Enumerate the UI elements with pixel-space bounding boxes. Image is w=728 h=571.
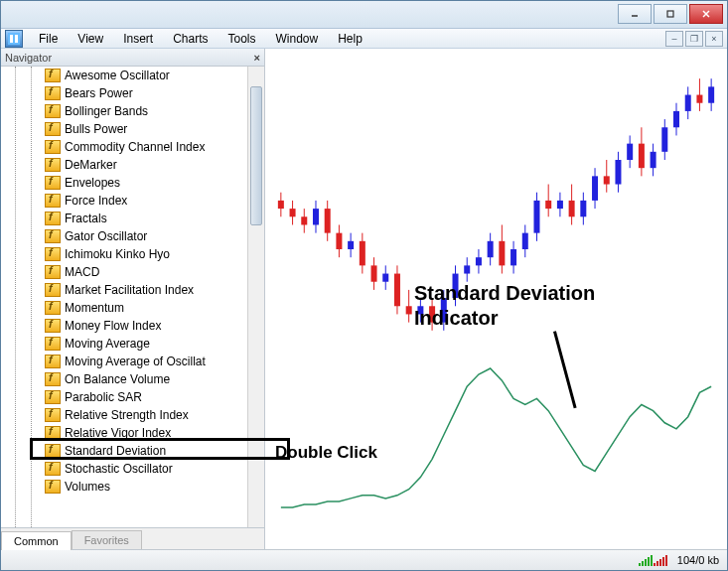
- indicator-bollinger-bands[interactable]: Bollinger Bands: [1, 102, 247, 120]
- svg-rect-70: [639, 144, 645, 169]
- svg-rect-80: [696, 95, 702, 103]
- indicator-icon: [45, 265, 61, 279]
- indicator-money-flow-index[interactable]: Money Flow Index: [1, 317, 247, 335]
- svg-rect-10: [290, 210, 296, 217]
- svg-rect-26: [382, 274, 388, 282]
- indicator-relative-strength-index[interactable]: Relative Strength Index: [1, 406, 247, 424]
- navigator-header: Navigator ×: [1, 49, 264, 67]
- svg-rect-1: [667, 11, 673, 17]
- svg-rect-50: [522, 233, 528, 249]
- svg-rect-52: [533, 201, 539, 233]
- indicator-label: Relative Strength Index: [65, 408, 189, 422]
- navigator-close-icon[interactable]: ×: [254, 52, 260, 64]
- indicator-commodity-channel-index[interactable]: Commodity Channel Index: [1, 138, 247, 156]
- indicator-icon: [45, 104, 61, 118]
- indicator-bears-power[interactable]: Bears Power: [1, 84, 247, 102]
- svg-rect-82: [708, 87, 714, 103]
- menu-bar: File View Insert Charts Tools Window Hel…: [1, 29, 727, 50]
- menu-help[interactable]: Help: [328, 30, 372, 48]
- indicator-volumes[interactable]: Volumes: [1, 478, 247, 496]
- indicator-market-facilitation-index[interactable]: Market Facilitation Index: [1, 281, 247, 299]
- scrollbar-thumb[interactable]: [250, 86, 262, 225]
- menu-charts[interactable]: Charts: [163, 30, 218, 48]
- tab-common[interactable]: Common: [1, 531, 72, 550]
- title-bar: [1, 1, 727, 29]
- indicator-stochastic-oscillator[interactable]: Stochastic Oscillator: [1, 460, 247, 478]
- navigator-title: Navigator: [5, 52, 52, 64]
- indicator-bulls-power[interactable]: Bulls Power: [1, 120, 247, 138]
- svg-rect-22: [360, 241, 365, 266]
- close-button[interactable]: [689, 4, 723, 24]
- indicator-envelopes[interactable]: Envelopes: [1, 174, 247, 192]
- indicator-relative-vigor-index[interactable]: Relative Vigor Index: [1, 424, 247, 442]
- menu-insert[interactable]: Insert: [113, 30, 163, 48]
- indicator-icon: [45, 355, 61, 368]
- indicator-macd[interactable]: MACD: [1, 263, 247, 281]
- indicator-icon: [45, 283, 61, 297]
- indicator-label: Force Index: [65, 194, 127, 208]
- svg-rect-38: [453, 274, 459, 299]
- indicator-standard-deviation[interactable]: Standard Deviation: [1, 442, 247, 460]
- indicator-icon: [45, 194, 61, 208]
- indicator-ichimoku-kinko-hyo[interactable]: Ichimoku Kinko Hyo: [1, 245, 247, 263]
- indicator-momentum[interactable]: Momentum: [1, 299, 247, 317]
- indicator-fractals[interactable]: Fractals: [1, 210, 247, 227]
- indicator-label: DeMarker: [65, 158, 117, 172]
- indicator-label: Market Facilitation Index: [65, 283, 194, 297]
- svg-rect-56: [557, 201, 563, 209]
- indicator-icon: [45, 426, 61, 440]
- chart-area[interactable]: Standard Deviation Indicator Double Clic…: [265, 49, 727, 549]
- menu-window[interactable]: Window: [266, 30, 329, 48]
- connection-bars-icon: [639, 554, 667, 566]
- svg-rect-64: [604, 177, 610, 185]
- navigator-tree: Awesome OscillatorBears PowerBollinger B…: [1, 67, 264, 527]
- svg-rect-28: [394, 274, 400, 307]
- mdi-minimize-button[interactable]: –: [665, 31, 683, 47]
- indicator-moving-average[interactable]: Moving Average: [1, 335, 247, 353]
- indicator-icon: [45, 158, 61, 172]
- indicator-label: Gator Oscillator: [65, 229, 147, 243]
- svg-rect-72: [651, 152, 656, 168]
- indicator-force-index[interactable]: Force Index: [1, 192, 247, 210]
- navigator-panel: Navigator × Awesome OscillatorBears Powe…: [1, 49, 265, 549]
- tab-favorites[interactable]: Favorites: [72, 530, 142, 549]
- navigator-scrollbar[interactable]: [247, 67, 264, 527]
- indicator-label: On Balance Volume: [65, 372, 170, 386]
- indicator-label: Commodity Channel Index: [65, 140, 205, 154]
- indicator-moving-average-of-oscillat[interactable]: Moving Average of Oscillat: [1, 353, 247, 370]
- minimize-button[interactable]: [618, 4, 652, 24]
- mdi-restore-button[interactable]: ❐: [685, 31, 703, 47]
- indicator-icon: [45, 69, 61, 82]
- indicator-label: Stochastic Oscillator: [65, 462, 173, 476]
- indicator-icon: [45, 319, 61, 333]
- svg-rect-42: [476, 258, 482, 266]
- menu-file[interactable]: File: [29, 30, 68, 48]
- indicator-icon: [45, 480, 61, 494]
- indicator-on-balance-volume[interactable]: On Balance Volume: [1, 370, 247, 388]
- svg-rect-32: [417, 307, 423, 315]
- indicator-awesome-oscillator[interactable]: Awesome Oscillator: [1, 67, 247, 84]
- svg-rect-24: [371, 266, 377, 282]
- indicator-icon: [45, 176, 61, 190]
- mdi-close-button[interactable]: ×: [705, 31, 723, 47]
- indicator-icon: [45, 408, 61, 422]
- maximize-button[interactable]: [654, 4, 687, 24]
- indicator-label: Standard Deviation: [65, 444, 166, 458]
- status-bar: 104/0 kb: [1, 549, 727, 570]
- indicator-icon: [45, 122, 61, 136]
- svg-rect-46: [499, 241, 505, 266]
- indicator-label: Bulls Power: [65, 122, 127, 136]
- menu-view[interactable]: View: [68, 30, 113, 48]
- svg-rect-14: [313, 210, 319, 225]
- indicator-parabolic-sar[interactable]: Parabolic SAR: [1, 388, 247, 406]
- indicator-demarker[interactable]: DeMarker: [1, 156, 247, 174]
- svg-rect-40: [464, 266, 470, 274]
- svg-rect-74: [661, 128, 667, 153]
- menu-tools[interactable]: Tools: [218, 30, 266, 48]
- indicator-icon: [45, 372, 61, 386]
- indicator-label: Money Flow Index: [65, 319, 161, 333]
- indicator-gator-oscillator[interactable]: Gator Oscillator: [1, 227, 247, 245]
- status-transfer: 104/0 kb: [677, 554, 719, 566]
- app-icon: [5, 30, 23, 48]
- svg-rect-58: [569, 201, 575, 216]
